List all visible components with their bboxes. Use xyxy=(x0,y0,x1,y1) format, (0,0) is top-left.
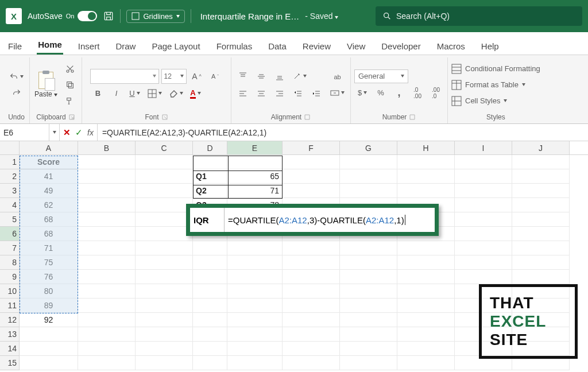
cell[interactable] xyxy=(78,227,136,241)
cell[interactable] xyxy=(193,299,227,313)
cell[interactable] xyxy=(397,270,455,284)
cell[interactable] xyxy=(78,169,136,184)
cell[interactable] xyxy=(227,270,283,284)
format-painter-button[interactable] xyxy=(62,94,78,108)
row-header-15[interactable]: 15 xyxy=(0,356,20,370)
decrease-font-button[interactable]: Aˇ xyxy=(207,69,223,84)
italic-button[interactable]: I xyxy=(109,86,125,101)
format-as-table-button[interactable]: Format as Table xyxy=(451,78,540,92)
paste-button[interactable]: Paste xyxy=(33,72,59,98)
cell[interactable] xyxy=(397,169,455,184)
cell[interactable] xyxy=(193,313,227,327)
cell[interactable] xyxy=(512,270,570,284)
cell[interactable] xyxy=(227,255,283,270)
cell[interactable]: 68 xyxy=(20,212,78,227)
cell[interactable] xyxy=(136,184,193,198)
cell[interactable]: 68 xyxy=(20,227,78,241)
col-header-E[interactable]: E xyxy=(227,141,283,154)
cell[interactable] xyxy=(283,241,340,255)
tab-review[interactable]: Review xyxy=(301,37,332,55)
merge-button[interactable] xyxy=(328,86,347,100)
formula-input[interactable]: =QUARTILE(A2:A12,3)-QUARTILE(A2:A12,1) xyxy=(98,124,588,141)
cell[interactable] xyxy=(136,212,193,227)
underline-button[interactable]: U xyxy=(127,86,143,101)
row-header-3[interactable]: 3 xyxy=(0,184,20,198)
row-header-8[interactable]: 8 xyxy=(0,255,20,270)
cell[interactable] xyxy=(136,241,193,255)
col-header-B[interactable]: B xyxy=(78,141,136,154)
cell[interactable] xyxy=(136,169,193,184)
cell[interactable] xyxy=(283,299,340,313)
cell[interactable] xyxy=(20,327,78,342)
align-center-button[interactable] xyxy=(253,86,269,101)
col-header-H[interactable]: H xyxy=(397,141,455,154)
tab-home[interactable]: Home xyxy=(37,35,63,55)
cell[interactable] xyxy=(397,284,455,299)
tab-file[interactable]: File xyxy=(7,37,23,55)
font-name-combo[interactable] xyxy=(90,69,159,84)
cell[interactable] xyxy=(227,342,283,356)
cancel-formula-icon[interactable]: ✕ xyxy=(63,127,71,138)
cell[interactable] xyxy=(455,155,512,169)
cell[interactable] xyxy=(193,327,227,342)
row-header-2[interactable]: 2 xyxy=(0,169,20,184)
cell[interactable] xyxy=(512,198,570,212)
cell[interactable] xyxy=(136,227,193,241)
cell[interactable] xyxy=(227,327,283,342)
tab-insert[interactable]: Insert xyxy=(77,37,101,55)
cell[interactable] xyxy=(397,155,455,169)
fill-color-button[interactable] xyxy=(167,86,185,101)
cell[interactable] xyxy=(455,212,512,227)
cell[interactable] xyxy=(78,241,136,255)
name-box[interactable]: E6 xyxy=(0,124,49,141)
save-icon[interactable] xyxy=(103,10,114,22)
cell[interactable]: 65 xyxy=(227,169,283,184)
cell[interactable] xyxy=(512,255,570,270)
orientation-button[interactable] xyxy=(290,69,309,84)
cell[interactable] xyxy=(512,184,570,198)
cell[interactable] xyxy=(193,284,227,299)
cell[interactable] xyxy=(283,169,340,184)
cell[interactable] xyxy=(455,169,512,184)
cut-button[interactable] xyxy=(62,61,78,76)
cell[interactable] xyxy=(20,356,78,370)
cell[interactable] xyxy=(512,155,570,169)
cell[interactable] xyxy=(78,155,136,169)
increase-font-button[interactable]: A^ xyxy=(189,69,205,84)
cell[interactable]: 92 xyxy=(20,313,78,327)
row-header-1[interactable]: 1 xyxy=(0,155,20,169)
cell[interactable] xyxy=(340,270,397,284)
cell[interactable] xyxy=(340,169,397,184)
dialog-launcher-icon[interactable] xyxy=(304,114,311,121)
select-all-corner[interactable] xyxy=(0,141,20,154)
gridlines-toggle[interactable]: Gridlines xyxy=(126,10,184,23)
cell[interactable] xyxy=(78,212,136,227)
cell[interactable]: 76 xyxy=(20,270,78,284)
font-size-combo[interactable]: 12 xyxy=(161,69,187,84)
cell[interactable] xyxy=(455,255,512,270)
cell[interactable] xyxy=(136,198,193,212)
cell[interactable]: 80 xyxy=(20,284,78,299)
cell[interactable] xyxy=(193,155,227,169)
cell[interactable] xyxy=(193,255,227,270)
tab-draw[interactable]: Draw xyxy=(114,37,137,55)
cell[interactable] xyxy=(340,155,397,169)
col-header-C[interactable]: C xyxy=(136,141,193,154)
cell[interactable] xyxy=(136,356,193,370)
document-title[interactable]: Interquartile Range in E… xyxy=(200,11,300,21)
cell[interactable] xyxy=(340,299,397,313)
cell[interactable] xyxy=(283,155,340,169)
tab-formulas[interactable]: Formulas xyxy=(215,37,254,55)
dialog-launcher-icon[interactable] xyxy=(161,114,168,121)
cell[interactable] xyxy=(340,184,397,198)
row-header-12[interactable]: 12 xyxy=(0,313,20,327)
col-header-I[interactable]: I xyxy=(455,141,512,154)
cell[interactable]: 62 xyxy=(20,198,78,212)
cell[interactable] xyxy=(340,342,397,356)
cell[interactable] xyxy=(512,227,570,241)
bold-button[interactable]: B xyxy=(90,86,106,101)
cell[interactable] xyxy=(455,184,512,198)
col-header-J[interactable]: J xyxy=(512,141,570,154)
cell[interactable]: 41 xyxy=(20,169,78,184)
border-button[interactable] xyxy=(145,86,164,101)
